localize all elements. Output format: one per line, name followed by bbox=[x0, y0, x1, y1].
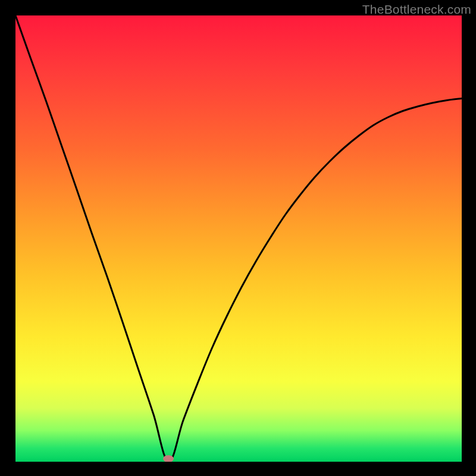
chart-frame: TheBottleneck.com bbox=[0, 0, 476, 476]
bottleneck-curve bbox=[15, 15, 462, 462]
watermark-text: TheBottleneck.com bbox=[362, 2, 471, 17]
plot-area bbox=[15, 15, 462, 462]
vertex-marker bbox=[163, 455, 174, 462]
